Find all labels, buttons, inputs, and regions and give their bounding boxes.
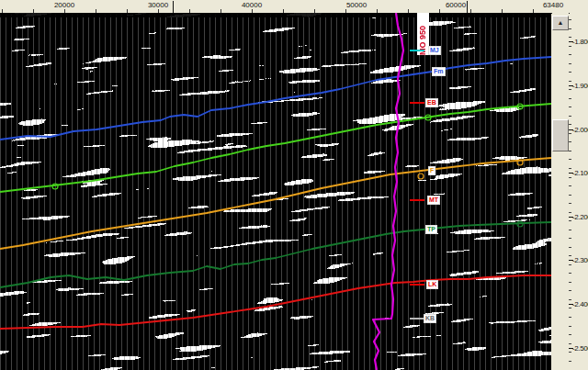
time-axis-label: -1.900 bbox=[572, 82, 588, 90]
well-top-tick bbox=[410, 199, 424, 201]
well-top-label[interactable]: TP bbox=[425, 225, 437, 234]
time-axis-minor-tick bbox=[569, 141, 571, 142]
time-axis-minor-tick bbox=[569, 124, 571, 125]
time-axis-label: -2.500 bbox=[572, 344, 588, 353]
trace-axis-major-tick bbox=[173, 1, 174, 13]
well-top-label[interactable]: F bbox=[428, 166, 435, 175]
trace-axis-major-tick bbox=[467, 1, 468, 13]
time-axis-minor-tick bbox=[569, 255, 571, 256]
time-axis-minor-tick bbox=[569, 46, 571, 47]
time-axis-minor-tick bbox=[569, 282, 571, 283]
two-way-time-axis: -1.800-1.900-2.000-2.100-2.200-2.300-2.4… bbox=[569, 13, 588, 370]
time-axis-minor-tick bbox=[569, 264, 571, 265]
seismic-section bbox=[0, 13, 551, 370]
trace-axis-label: 60000 bbox=[446, 1, 466, 9]
vertical-scrollbar[interactable]: ▲ bbox=[552, 13, 569, 370]
time-axis-minor-tick bbox=[569, 203, 571, 204]
time-axis-minor-tick bbox=[569, 98, 571, 99]
time-axis-minor-tick bbox=[569, 212, 571, 213]
well-top-label[interactable]: MJ bbox=[428, 46, 441, 55]
time-axis-minor-tick bbox=[569, 177, 571, 178]
time-axis-label: -2.100 bbox=[572, 169, 588, 177]
well-top-label[interactable]: Fm bbox=[432, 67, 446, 76]
time-axis-minor-tick bbox=[569, 168, 571, 169]
trace-axis-label: 20000 bbox=[54, 1, 74, 9]
time-axis-minor-tick bbox=[569, 72, 571, 73]
time-axis-minor-tick bbox=[569, 326, 571, 327]
scroll-up-arrow-icon: ▲ bbox=[558, 19, 564, 26]
time-axis-label: -1.800 bbox=[572, 38, 588, 46]
time-axis-minor-tick bbox=[569, 299, 571, 300]
time-axis-label: -2.400 bbox=[572, 300, 588, 308]
time-axis-minor-tick bbox=[569, 89, 571, 90]
time-axis-minor-tick bbox=[569, 54, 571, 55]
time-axis-minor-tick bbox=[569, 116, 571, 117]
time-axis-minor-tick bbox=[569, 107, 571, 107]
scrollbar-thumb[interactable] bbox=[552, 119, 569, 151]
time-axis-minor-tick bbox=[569, 273, 571, 274]
well-top-label[interactable]: EB bbox=[425, 98, 438, 107]
time-axis-label: -2.200 bbox=[572, 213, 588, 221]
time-axis-label: -2.000 bbox=[572, 126, 588, 134]
time-axis-minor-tick bbox=[569, 63, 571, 64]
trace-axis-label: 50000 bbox=[346, 1, 367, 9]
well-top-label[interactable]: LK bbox=[426, 280, 438, 289]
time-axis-minor-tick bbox=[569, 308, 571, 308]
well-top-tick bbox=[410, 102, 424, 104]
time-axis-minor-tick bbox=[569, 230, 571, 230]
well-top-label[interactable]: MT bbox=[427, 196, 440, 205]
time-axis-minor-tick bbox=[569, 361, 571, 362]
well-top-tick bbox=[410, 318, 424, 320]
time-axis-minor-tick bbox=[569, 185, 571, 186]
scroll-up-button[interactable]: ▲ bbox=[552, 16, 569, 30]
time-axis-minor-tick bbox=[569, 151, 571, 151]
time-axis-minor-tick bbox=[569, 28, 571, 29]
time-axis-minor-tick bbox=[569, 334, 571, 335]
time-axis-minor-tick bbox=[569, 81, 571, 82]
trace-axis-label: 30000 bbox=[148, 1, 168, 9]
time-axis-minor-tick bbox=[569, 195, 571, 196]
time-axis-minor-tick bbox=[569, 343, 571, 344]
time-axis-minor-tick bbox=[569, 352, 571, 353]
trace-axis-label: 63480 bbox=[543, 1, 563, 9]
time-axis-minor-tick bbox=[569, 220, 571, 221]
time-axis-label: -2.300 bbox=[572, 256, 588, 264]
trace-number-axis: 200003000040000500006000063480 bbox=[0, 0, 570, 14]
well-top-tick bbox=[410, 284, 424, 286]
time-axis-minor-tick bbox=[569, 290, 571, 291]
seismic-app-window: 200003000040000500006000063480 bbox=[0, 0, 588, 370]
time-axis-minor-tick bbox=[569, 19, 571, 20]
time-axis-minor-tick bbox=[569, 317, 571, 318]
well-top-label[interactable]: KB bbox=[424, 314, 436, 323]
seismic-view[interactable]: MO 950 MJFmEBFMTTPLKKB bbox=[0, 13, 551, 370]
time-axis-minor-tick bbox=[569, 37, 571, 38]
time-axis-minor-tick bbox=[569, 133, 571, 134]
well-top-tick bbox=[410, 50, 424, 51]
seismic-texture bbox=[0, 13, 551, 370]
time-axis-minor-tick bbox=[569, 247, 571, 248]
trace-axis-label: 40000 bbox=[242, 1, 262, 9]
time-axis-minor-tick bbox=[569, 238, 571, 239]
time-axis-minor-tick bbox=[569, 159, 571, 160]
